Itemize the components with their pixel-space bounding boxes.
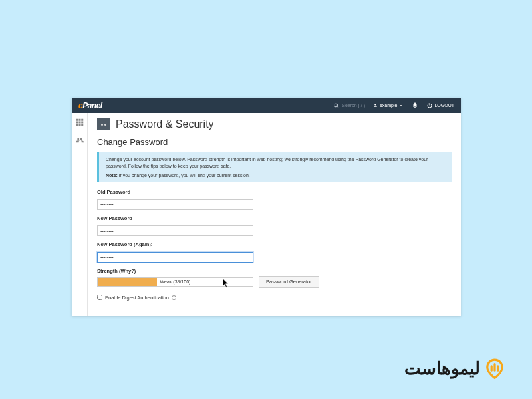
watermark-text: لیموهاست <box>404 358 480 379</box>
svg-rect-6 <box>76 124 78 126</box>
password-title-icon <box>97 118 110 130</box>
svg-rect-11 <box>174 297 174 299</box>
strength-group: Strength (Why?) Weak (38/100) Password G… <box>97 268 452 288</box>
info-text: Change your account password below. Pass… <box>106 156 445 170</box>
svg-rect-5 <box>81 122 83 124</box>
old-password-label: Old Password <box>97 189 452 195</box>
svg-rect-0 <box>76 119 78 121</box>
svg-rect-1 <box>78 119 80 121</box>
digest-auth-label: Enable Digest Authentication <box>105 295 169 301</box>
username-label: example <box>380 103 397 108</box>
new-password-label: New Password <box>97 215 452 221</box>
svg-rect-7 <box>78 124 80 126</box>
watermark-logo-icon <box>484 358 505 379</box>
users-icon <box>76 137 84 145</box>
strength-label: Strength (Why?) <box>97 268 452 274</box>
svg-rect-8 <box>81 124 83 126</box>
info-icon[interactable] <box>172 295 176 300</box>
password-generator-button[interactable]: Password Generator <box>259 276 319 288</box>
cpanel-logo[interactable]: cPanel <box>72 101 102 110</box>
search-area[interactable]: Search ( / ) <box>334 103 365 108</box>
new-password-input[interactable] <box>97 225 253 236</box>
grid-icon <box>76 118 84 126</box>
strength-fill <box>98 278 157 286</box>
logout-label: LOGOUT <box>434 103 454 108</box>
old-password-group: Old Password <box>97 189 452 210</box>
top-bar: cPanel Search ( / ) example LOGOUT <box>72 98 461 113</box>
page-title: Password & Security <box>116 118 214 130</box>
confirm-password-label: New Password (Again): <box>97 241 452 247</box>
info-message: Change your account password below. Pass… <box>97 152 452 182</box>
search-icon <box>334 103 339 108</box>
user-menu[interactable]: example <box>373 103 403 108</box>
old-password-input[interactable] <box>97 200 253 210</box>
svg-point-10 <box>174 297 174 297</box>
svg-rect-2 <box>81 119 83 121</box>
notifications-button[interactable] <box>412 102 418 109</box>
search-placeholder: Search ( / ) <box>342 103 365 108</box>
svg-rect-12 <box>491 365 493 372</box>
info-note: Note: If you change your password, you w… <box>106 172 445 179</box>
watermark: لیموهاست <box>404 358 505 379</box>
sidebar <box>72 113 88 316</box>
section-title: Change Password <box>97 137 452 147</box>
user-icon <box>373 103 378 108</box>
svg-rect-13 <box>493 363 495 372</box>
digest-auth-checkbox[interactable] <box>97 295 102 300</box>
main-content: Password & Security Change Password Chan… <box>88 113 461 316</box>
bell-icon <box>412 102 418 108</box>
new-password-group: New Password <box>97 215 452 237</box>
strength-text: Weak (38/100) <box>160 279 191 284</box>
sidebar-user-button[interactable] <box>76 136 84 148</box>
svg-rect-3 <box>76 122 78 124</box>
cpanel-window: cPanel Search ( / ) example LOGOUT <box>72 98 461 316</box>
svg-rect-14 <box>497 365 499 372</box>
confirm-password-input[interactable] <box>97 252 253 263</box>
confirm-password-group: New Password (Again): <box>97 241 452 263</box>
logout-icon <box>427 103 432 108</box>
logout-button[interactable]: LOGOUT <box>427 103 454 108</box>
sidebar-home-button[interactable] <box>76 117 84 129</box>
strength-meter: Weak (38/100) <box>97 277 253 287</box>
caret-down-icon <box>399 104 403 108</box>
digest-auth-row: Enable Digest Authentication <box>97 295 452 301</box>
page-title-row: Password & Security <box>97 118 452 130</box>
svg-rect-4 <box>78 122 80 124</box>
